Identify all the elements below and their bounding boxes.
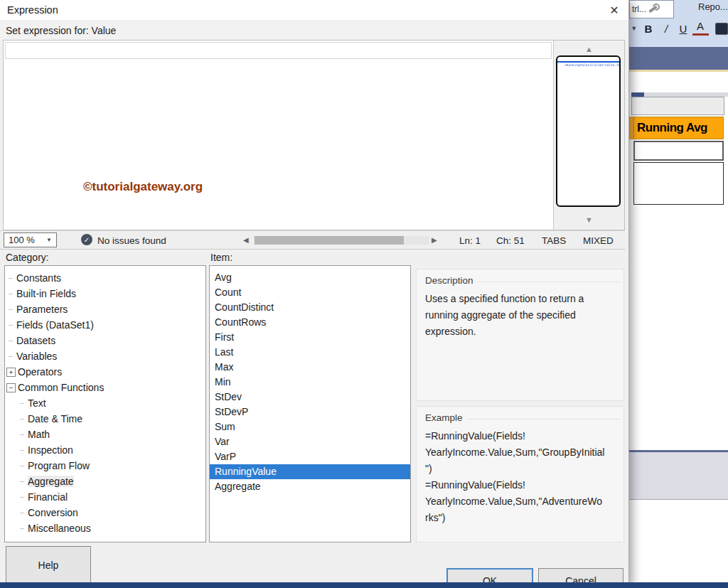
category-item-label: Datasets xyxy=(16,335,55,346)
item-list-entry[interactable]: StDevP xyxy=(210,405,410,419)
category-item-label: Program Flow xyxy=(28,460,90,471)
scroll-right-icon[interactable]: ▶ xyxy=(432,236,437,244)
italic-button[interactable]: / xyxy=(658,23,674,35)
description-groupbox: Description Uses a specified function to… xyxy=(416,269,624,401)
tree-expander-icon[interactable] xyxy=(6,306,14,314)
item-label: Item: xyxy=(210,252,232,263)
category-tree-item[interactable]: Financial xyxy=(5,489,205,505)
item-list-entry[interactable]: Var xyxy=(210,434,410,449)
tree-expander-icon[interactable] xyxy=(6,353,14,360)
scroll-down-icon[interactable]: ▼ xyxy=(554,215,624,224)
background-toolbar: trl... Repo... ▼ B / U A xyxy=(629,0,728,47)
format-toolbar: ▼ B / U A xyxy=(629,20,728,37)
category-tree-item[interactable]: Math xyxy=(5,427,205,442)
table-data-cell[interactable] xyxy=(633,162,724,205)
category-tree-item[interactable]: Program Flow xyxy=(5,458,205,474)
groupbox-rule xyxy=(478,282,621,282)
expression-code-line[interactable]: =RunningValue(Fields!Sales.Value, Avg, "… xyxy=(5,42,552,59)
font-dropdown-icon[interactable]: ▼ xyxy=(629,25,638,32)
underline-button[interactable]: U xyxy=(675,23,692,35)
category-tree-item[interactable]: Parameters xyxy=(5,301,205,317)
bold-button[interactable]: B xyxy=(638,23,658,35)
tree-expander-icon[interactable] xyxy=(6,274,14,282)
category-tree-item[interactable]: Datasets xyxy=(5,333,205,348)
item-list-entry[interactable]: Min xyxy=(210,375,410,390)
background-tab-left-label: trl... xyxy=(632,4,646,14)
category-tree-item[interactable]: Constants xyxy=(5,270,205,286)
item-list-entry[interactable]: Aggregate xyxy=(210,479,410,494)
close-icon[interactable]: ✕ xyxy=(606,2,622,18)
table-header-cell[interactable]: Running Avg xyxy=(633,117,724,139)
example-text: =RunningValue(Fields!YearlyIncome.Value,… xyxy=(417,423,623,526)
tree-expander-icon[interactable] xyxy=(18,400,26,407)
item-list-entry[interactable]: First xyxy=(210,330,410,345)
design-surface-band xyxy=(629,47,728,70)
category-item-label: Parameters xyxy=(16,304,68,315)
tree-expander-icon[interactable] xyxy=(18,431,26,439)
category-tree-item[interactable]: Variables xyxy=(5,348,205,364)
tree-expander-icon[interactable] xyxy=(6,290,14,298)
category-item-label: Text xyxy=(28,397,46,409)
tree-expander-icon[interactable] xyxy=(18,447,26,454)
tree-expander-icon[interactable]: − xyxy=(6,383,16,392)
font-color-button[interactable]: A xyxy=(692,21,709,36)
tree-expander-icon[interactable]: + xyxy=(6,368,16,377)
table-data-cell[interactable] xyxy=(633,141,724,161)
tree-expander-icon[interactable] xyxy=(6,321,14,329)
category-tree-item[interactable]: Fields (DataSet1) xyxy=(5,317,205,333)
category-tree-item[interactable]: Built-in Fields xyxy=(5,286,205,301)
category-tree[interactable]: Constants Built-in Fields Parameters Fie… xyxy=(4,265,206,542)
background-tab-left[interactable]: trl... xyxy=(629,0,674,18)
tree-expander-icon[interactable] xyxy=(18,493,26,501)
horizontal-scrollbar[interactable] xyxy=(254,236,429,245)
item-list-entry[interactable]: Max xyxy=(210,360,410,375)
description-text: Uses a specified function to return a ru… xyxy=(417,286,623,340)
background-tab-right[interactable]: Repo... xyxy=(698,1,728,12)
dialog-title: Expression xyxy=(7,4,58,16)
example-heading: Example xyxy=(425,412,463,423)
category-tree-item[interactable]: Aggregate xyxy=(5,474,205,489)
tan-divider xyxy=(629,70,728,72)
item-list-entry[interactable]: VarP xyxy=(210,449,410,464)
category-item-label: Inspection xyxy=(28,444,73,456)
tree-expander-icon[interactable] xyxy=(18,478,26,486)
tree-expander-icon[interactable] xyxy=(18,415,26,423)
item-list-entry[interactable]: Last xyxy=(210,345,410,360)
category-tree-item[interactable]: Conversion xyxy=(5,505,205,520)
category-item-label: Aggregate xyxy=(28,476,74,487)
editor-vertical-scrollbar[interactable]: ▲ ▼ =RunningValue(Fields!Sales.Value, Av… xyxy=(553,41,624,230)
help-button[interactable]: Help xyxy=(6,546,91,584)
tree-expander-icon[interactable] xyxy=(6,337,14,345)
category-item-label: Financial xyxy=(28,491,68,503)
tree-expander-icon[interactable] xyxy=(18,509,26,517)
item-list-entry[interactable]: Avg xyxy=(210,270,410,285)
item-list-entry[interactable]: RunningValue xyxy=(210,464,410,479)
scroll-up-icon[interactable]: ▲ xyxy=(554,45,624,53)
expression-editor[interactable]: =RunningValue(Fields!Sales.Value, Avg, "… xyxy=(3,40,625,230)
category-item-label: Variables xyxy=(16,351,57,362)
category-tree-item[interactable]: − Common Functions xyxy=(5,380,205,395)
category-tree-item[interactable]: + Operators xyxy=(5,364,205,380)
tree-expander-icon[interactable] xyxy=(18,462,26,470)
category-tree-item[interactable]: Date & Time xyxy=(5,411,205,427)
category-tree-item[interactable]: Inspection xyxy=(5,442,205,458)
category-tree-item[interactable]: Text xyxy=(5,395,205,411)
item-list-entry[interactable]: Count xyxy=(210,285,410,300)
zoom-value: 100 % xyxy=(9,235,35,245)
tree-expander-icon[interactable] xyxy=(18,525,26,533)
zoom-select[interactable]: 100 % ▼ xyxy=(4,232,57,247)
color-swatch[interactable] xyxy=(715,23,728,35)
item-list[interactable]: AvgCountCountDistinctCountRowsFirstLastM… xyxy=(209,265,411,542)
category-item-label: Operators xyxy=(18,366,62,378)
category-item-label: Common Functions xyxy=(18,382,104,393)
horizontal-scrollbar-thumb[interactable] xyxy=(255,236,404,245)
item-list-entry[interactable]: CountRows xyxy=(210,315,410,330)
category-item-label: Conversion xyxy=(28,507,78,518)
scroll-left-icon[interactable]: ◀ xyxy=(243,236,249,244)
item-list-entry[interactable]: CountDistinct xyxy=(210,300,410,315)
item-list-entry[interactable]: Sum xyxy=(210,419,410,434)
item-list-entry[interactable]: StDev xyxy=(210,390,410,405)
category-tree-item[interactable]: Miscellaneous xyxy=(5,520,205,536)
zoom-dropdown-icon: ▼ xyxy=(46,237,52,243)
category-item-label: Miscellaneous xyxy=(28,523,91,534)
